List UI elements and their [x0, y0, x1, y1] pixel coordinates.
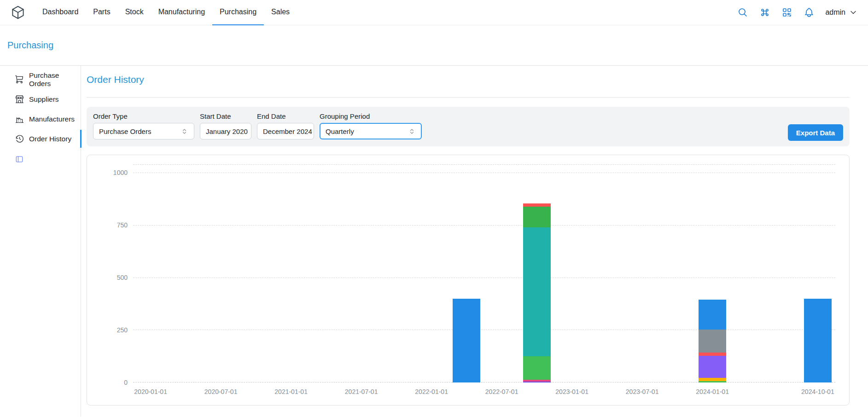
search-icon[interactable]	[737, 6, 749, 18]
building-store-icon	[15, 94, 24, 104]
breadcrumb: Purchasing	[0, 25, 868, 66]
history-clock-icon	[15, 134, 24, 144]
selector-icon	[404, 127, 416, 135]
order-type-label: Order Type	[93, 112, 194, 120]
y-axis-label: 250	[117, 326, 128, 334]
chevron-down-icon	[849, 8, 858, 17]
notifications-bell-icon[interactable]	[803, 6, 815, 18]
end-date-label: End Date	[257, 112, 314, 120]
grouping-period-label: Grouping Period	[320, 112, 422, 120]
shopping-cart-icon	[15, 75, 24, 84]
tab-manufacturing[interactable]: Manufacturing	[151, 0, 212, 25]
filter-panel: Order Type Purchase Orders Start Date Ja…	[87, 107, 850, 146]
order-history-chart-panel: 02505007501000 2020-01-012020-07-012021-…	[87, 155, 850, 405]
tab-parts[interactable]: Parts	[86, 0, 117, 25]
order-type-value: Purchase Orders	[99, 127, 151, 135]
sidebar-item-manufacturers[interactable]: Manufacturers	[0, 109, 81, 129]
start-date-label: Start Date	[200, 112, 251, 120]
order-type-select[interactable]: Purchase Orders	[93, 123, 194, 139]
command-palette-icon[interactable]	[759, 6, 771, 18]
x-axis-label: 2020-07-01	[204, 388, 238, 395]
chart-bar[interactable]	[699, 300, 726, 382]
bar-segment	[453, 299, 480, 382]
y-axis-label: 0	[124, 379, 128, 386]
x-axis-label: 2024-01-01	[696, 388, 729, 395]
start-date-value: January 2020	[206, 127, 248, 135]
x-axis-label: 2021-01-01	[274, 388, 308, 395]
main-nav-tabs: Dashboard Parts Stock Manufacturing Purc…	[35, 0, 297, 25]
bar-segment	[699, 356, 726, 378]
bar-segment	[699, 381, 726, 382]
start-date-input[interactable]: January 2020	[200, 123, 251, 139]
navbar-actions: admin	[737, 6, 858, 18]
gridline	[133, 330, 835, 330]
x-axis-label: 2023-07-01	[626, 388, 659, 395]
building-factory-icon	[15, 114, 24, 124]
page-body: Purchase Orders Suppliers Manufacturers	[0, 66, 868, 417]
x-axis-label: 2021-07-01	[345, 388, 378, 395]
bar-segment	[523, 227, 551, 356]
sidebar-item-order-history[interactable]: Order History	[0, 129, 81, 149]
chart-bar[interactable]	[804, 299, 832, 382]
end-date-value: December 2024	[263, 127, 312, 135]
gridline	[133, 278, 835, 278]
y-axis-label: 1000	[113, 169, 128, 176]
grouping-period-select[interactable]: Quarterly	[320, 123, 422, 139]
filter-end-date: End Date December 2024	[257, 112, 314, 139]
title-divider	[87, 97, 850, 98]
tab-stock[interactable]: Stock	[118, 0, 151, 25]
chart-bar[interactable]	[523, 203, 551, 382]
top-navbar: Dashboard Parts Stock Manufacturing Purc…	[0, 0, 868, 25]
filter-start-date: Start Date January 2020	[200, 112, 251, 139]
grouping-period-value: Quarterly	[326, 127, 354, 135]
sidebar-item-purchase-orders[interactable]: Purchase Orders	[0, 70, 81, 89]
sidebar-collapse-icon[interactable]	[15, 154, 25, 164]
sidebar-item-label: Suppliers	[29, 95, 59, 104]
bar-segment	[523, 382, 551, 382]
chart-x-axis: 2020-01-012020-07-012021-01-012021-07-01…	[133, 388, 835, 398]
tab-dashboard[interactable]: Dashboard	[35, 0, 86, 25]
filter-grouping-period: Grouping Period Quarterly	[320, 112, 422, 139]
x-axis-label: 2022-07-01	[485, 388, 518, 395]
user-menu[interactable]: admin	[825, 8, 858, 17]
breadcrumb-purchasing[interactable]: Purchasing	[7, 40, 53, 51]
sidebar-item-label: Manufacturers	[29, 115, 75, 123]
bar-segment	[699, 300, 726, 330]
tab-purchasing[interactable]: Purchasing	[212, 0, 264, 25]
y-axis-label: 750	[117, 221, 128, 229]
export-data-button[interactable]: Export Data	[788, 124, 843, 141]
selector-icon	[177, 127, 188, 135]
sidebar-item-suppliers[interactable]: Suppliers	[0, 89, 81, 109]
bar-segment	[804, 299, 832, 382]
tab-sales[interactable]: Sales	[264, 0, 297, 25]
gridline	[133, 225, 835, 226]
gridline	[133, 382, 835, 382]
bar-segment	[699, 378, 726, 381]
page-title: Order History	[87, 74, 850, 85]
end-date-input[interactable]: December 2024	[257, 123, 314, 139]
app-logo-icon[interactable]	[10, 5, 26, 20]
bar-segment	[523, 207, 551, 227]
bar-segment	[699, 330, 726, 353]
main-content: Order History Order Type Purchase Orders…	[81, 66, 868, 417]
sidebar-item-label: Order History	[29, 135, 71, 143]
barcode-scan-icon[interactable]	[781, 6, 793, 18]
bar-segment	[523, 356, 551, 380]
sidebar-item-label: Purchase Orders	[29, 71, 81, 88]
bar-segment	[523, 203, 551, 207]
x-axis-label: 2024-10-01	[801, 388, 834, 395]
x-axis-label: 2020-01-01	[134, 388, 167, 395]
chart-y-axis: 02505007501000	[87, 164, 128, 382]
filter-order-type: Order Type Purchase Orders	[93, 112, 194, 139]
x-axis-label: 2022-01-01	[415, 388, 448, 395]
y-axis-label: 500	[117, 274, 128, 281]
sidebar: Purchase Orders Suppliers Manufacturers	[0, 66, 81, 417]
chart-plot-area	[133, 164, 835, 382]
chart-bar[interactable]	[453, 299, 480, 382]
x-axis-label: 2023-01-01	[555, 388, 588, 395]
gridline	[133, 173, 835, 173]
user-name: admin	[825, 8, 845, 17]
